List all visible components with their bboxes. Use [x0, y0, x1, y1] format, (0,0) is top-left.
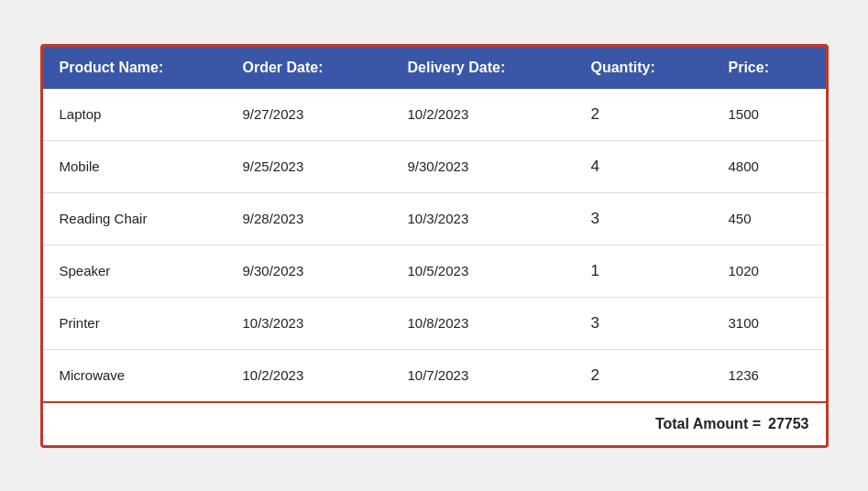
order-date-cell: 9/28/2023 [236, 211, 401, 226]
order-date-cell: 9/25/2023 [236, 158, 401, 174]
table-footer: Total Amount = 27753 [43, 401, 826, 445]
price-cell: 3100 [721, 315, 829, 331]
delivery-date-header: Delivery Date: [401, 60, 584, 76]
delivery-date-cell: 10/8/2023 [401, 315, 584, 331]
delivery-date-cell: 9/30/2023 [401, 158, 584, 174]
price-cell: 1236 [721, 367, 829, 383]
price-cell: 1020 [721, 263, 829, 278]
delivery-date-cell: 10/2/2023 [401, 106, 584, 122]
delivery-date-cell: 10/3/2023 [401, 211, 584, 226]
order-date-cell: 10/2/2023 [236, 367, 401, 383]
product-table: Product Name: Order Date: Delivery Date:… [40, 44, 829, 448]
order-date-cell: 10/3/2023 [236, 315, 401, 331]
product-cell: Mobile [52, 158, 236, 174]
order-date-header: Order Date: [236, 60, 401, 76]
order-date-cell: 9/27/2023 [236, 106, 401, 122]
price-cell: 4800 [721, 158, 829, 174]
product-cell: Laptop [52, 106, 236, 122]
quantity-cell: 4 [584, 158, 721, 176]
quantity-cell: 3 [584, 210, 721, 228]
product-cell: Printer [52, 315, 236, 331]
table-row: Laptop9/27/202310/2/202321500 [43, 89, 826, 141]
total-label: Total Amount = [655, 416, 761, 432]
delivery-date-cell: 10/7/2023 [401, 367, 584, 383]
quantity-header: Quantity: [584, 60, 721, 76]
price-cell: 1500 [721, 106, 829, 122]
quantity-cell: 2 [584, 366, 721, 385]
table-row: Mobile9/25/20239/30/202344800 [43, 141, 826, 193]
table-row: Reading Chair9/28/202310/3/20233450 [43, 193, 826, 246]
quantity-cell: 1 [584, 262, 721, 280]
table-row: Speaker9/30/202310/5/202311020 [43, 246, 826, 298]
delivery-date-cell: 10/5/2023 [401, 263, 584, 278]
table-body: Laptop9/27/202310/2/202321500Mobile9/25/… [43, 89, 826, 401]
price-cell: 450 [721, 211, 829, 226]
price-header: Price: [721, 60, 829, 76]
product-cell: Reading Chair [52, 211, 236, 226]
order-date-cell: 9/30/2023 [236, 263, 401, 278]
total-value: 27753 [768, 416, 809, 432]
table-row: Printer10/3/202310/8/202333100 [43, 298, 826, 350]
product-cell: Microwave [52, 367, 236, 383]
product-name-header: Product Name: [52, 60, 236, 76]
table-header: Product Name: Order Date: Delivery Date:… [43, 47, 826, 89]
quantity-cell: 2 [584, 105, 721, 124]
product-cell: Speaker [52, 263, 236, 278]
quantity-cell: 3 [584, 314, 721, 333]
table-row: Microwave10/2/202310/7/202321236 [43, 350, 826, 401]
